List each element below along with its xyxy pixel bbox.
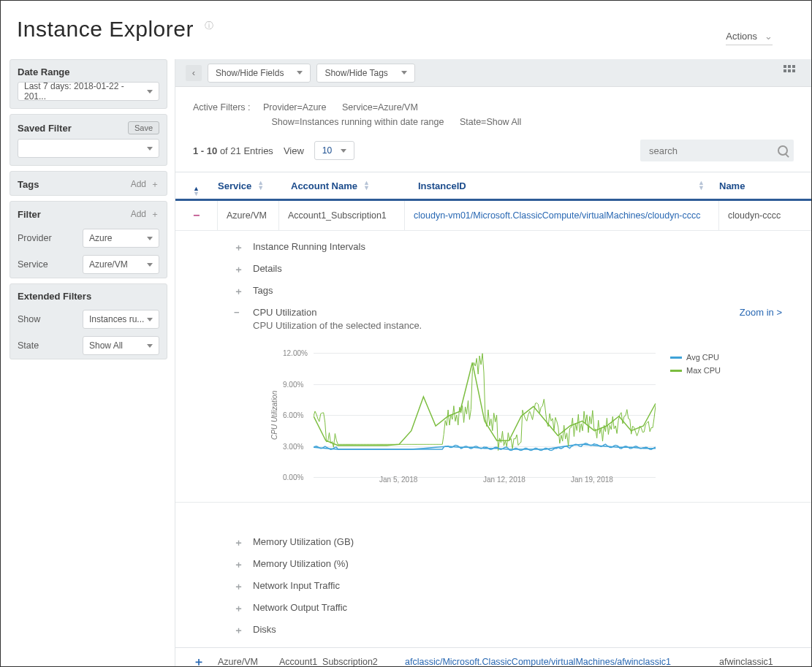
section-details[interactable]: Details xyxy=(253,263,282,274)
table-header: Service Account Name InstanceID Name xyxy=(175,172,811,201)
entries-bar: 1 - 10 of 21 Entries View 10 xyxy=(175,134,811,172)
main-panel: ‹ Show/Hide Fields Show/Hide Tags Active… xyxy=(175,59,811,666)
show-label: Show xyxy=(18,314,83,324)
collapse-row-button[interactable]: − xyxy=(193,201,218,230)
section-cpu[interactable]: CPU Utilization xyxy=(253,307,316,318)
page-title: Instance Explorer ⓘ xyxy=(1,1,811,42)
cell-instanceid[interactable]: afclassic/Microsoft.ClassicCompute/virtu… xyxy=(405,657,719,667)
filter-chip: Service=Azure/VM xyxy=(342,102,418,113)
service-select[interactable]: Azure/VM xyxy=(83,255,159,274)
chevron-down-icon: ⌄ xyxy=(764,31,773,42)
xtick: Jan 5, 2018 xyxy=(379,476,417,484)
plus-icon[interactable]: ＋ xyxy=(234,580,243,593)
chevron-down-icon xyxy=(147,147,153,150)
filter-label: Filter xyxy=(18,209,41,220)
chart-legend: Avg CPU Max CPU xyxy=(670,353,721,477)
column-name[interactable]: Name xyxy=(719,180,811,191)
xtick: Jan 19, 2018 xyxy=(571,476,613,484)
xtick: Jan 12, 2018 xyxy=(483,476,525,484)
add-filter-button[interactable]: Add＋ xyxy=(131,208,159,221)
column-instanceid[interactable]: InstanceID xyxy=(418,180,719,191)
plus-icon: ＋ xyxy=(151,179,159,189)
extended-filters-label: Extended Filters xyxy=(10,284,167,306)
page-size-select[interactable]: 10 xyxy=(314,141,354,160)
chevron-down-icon xyxy=(297,71,303,75)
plus-icon[interactable]: ＋ xyxy=(234,602,243,615)
chart-ylabel: CPU Utilization xyxy=(266,353,283,477)
section-mem-pct[interactable]: Memory Utilization (%) xyxy=(253,558,349,569)
cell-account: Account1_Subscription2 xyxy=(279,657,405,667)
cell-name: afwinclassic1 xyxy=(719,657,811,667)
cell-name: cloudyn-cccc xyxy=(719,210,811,221)
chevron-down-icon xyxy=(147,318,153,321)
saved-filter-select[interactable] xyxy=(18,139,159,158)
chevron-down-icon xyxy=(147,90,153,94)
section-intervals[interactable]: Instance Running Intervals xyxy=(253,241,365,252)
collapse-sidebar-button[interactable]: ‹ xyxy=(186,65,202,81)
section-tags[interactable]: Tags xyxy=(253,285,273,296)
section-net-out[interactable]: Network Output Traffic xyxy=(253,602,347,613)
active-filters: Active Filters : Provider=Azure Service=… xyxy=(175,87,811,134)
sort-icon xyxy=(363,180,370,191)
view-label: View xyxy=(284,145,304,156)
cpu-chart: CPU Utilization 12.00% 9.00% 6.00% 3.00%… xyxy=(266,353,811,477)
section-net-in[interactable]: Network Input Traffic xyxy=(253,580,340,591)
state-label: State xyxy=(18,340,83,351)
actions-menu[interactable]: Actions⌄ xyxy=(726,31,773,45)
cell-service: Azure/VM xyxy=(218,657,279,667)
sort-icon xyxy=(257,180,264,191)
section-disks[interactable]: Disks xyxy=(253,624,276,635)
plus-icon[interactable]: ＋ xyxy=(234,536,243,549)
extended-filters-panel: Extended Filters Show Instances ru... St… xyxy=(10,283,167,359)
section-mem-gb[interactable]: Memory Utilization (GB) xyxy=(253,536,354,547)
show-hide-fields-select[interactable]: Show/Hide Fields xyxy=(208,64,311,83)
saved-filter-panel: Saved Filter Save xyxy=(10,114,167,166)
plus-icon[interactable]: ＋ xyxy=(234,624,243,637)
cell-instanceid[interactable]: cloudyn-vm01/Microsoft.ClassicCompute/vi… xyxy=(405,201,719,230)
state-select[interactable]: Show All xyxy=(83,336,159,355)
plus-icon[interactable]: ＋ xyxy=(234,285,243,298)
minus-icon[interactable]: − xyxy=(234,307,243,318)
service-label: Service xyxy=(18,259,83,270)
cpu-subtitle: CPU Utilization of the selected instance… xyxy=(253,320,811,331)
save-button[interactable]: Save xyxy=(128,121,159,134)
cell-service: Azure/VM xyxy=(218,201,279,230)
provider-label: Provider xyxy=(18,233,83,243)
provider-select[interactable]: Azure xyxy=(83,229,159,248)
search-input[interactable] xyxy=(640,140,794,161)
date-range-label: Date Range xyxy=(10,60,167,82)
sidebar: Date Range Last 7 days: 2018-01-22 - 201… xyxy=(1,59,175,666)
plus-icon: ＋ xyxy=(151,209,159,219)
plus-icon[interactable]: ＋ xyxy=(234,263,243,276)
sort-expand[interactable] xyxy=(193,186,218,197)
expand-row-button[interactable]: ＋ xyxy=(193,655,218,668)
add-tag-button[interactable]: Add＋ xyxy=(131,178,159,191)
show-select[interactable]: Instances ru... xyxy=(83,310,159,329)
plus-icon[interactable]: ＋ xyxy=(234,241,243,254)
tags-label: Tags xyxy=(18,179,39,190)
search-icon xyxy=(778,145,788,156)
filter-panel: Filter Add＋ Provider Azure Service Azure… xyxy=(10,201,167,278)
table-row: ＋ Azure/VM Account1_Subscription2 afclas… xyxy=(175,647,811,667)
cell-account: Account1_Subscription1 xyxy=(279,201,405,230)
info-icon[interactable]: ⓘ xyxy=(205,20,214,32)
row-detail: ＋Instance Running Intervals ＋Details ＋Ta… xyxy=(175,231,811,503)
date-range-select[interactable]: Last 7 days: 2018-01-22 - 201... xyxy=(18,82,159,101)
filter-chip: Show=Instances running within date range xyxy=(271,117,444,127)
show-hide-tags-select[interactable]: Show/Hide Tags xyxy=(316,64,415,83)
table-row: − Azure/VM Account1_Subscription1 cloudy… xyxy=(175,201,811,231)
chevron-down-icon xyxy=(401,71,407,75)
zoom-in-link[interactable]: Zoom in > xyxy=(740,307,782,318)
date-range-panel: Date Range Last 7 days: 2018-01-22 - 201… xyxy=(10,59,167,109)
column-service[interactable]: Service xyxy=(218,180,291,191)
chevron-down-icon xyxy=(147,263,153,267)
sort-icon xyxy=(698,180,705,191)
row-detail-more: ＋Memory Utilization (GB) ＋Memory Utiliza… xyxy=(175,503,811,647)
column-account[interactable]: Account Name xyxy=(291,180,418,191)
chevron-down-icon xyxy=(147,237,153,240)
toolbar: ‹ Show/Hide Fields Show/Hide Tags xyxy=(175,59,811,87)
plus-icon[interactable]: ＋ xyxy=(234,558,243,571)
chevron-down-icon xyxy=(147,344,153,348)
view-grid-icon[interactable] xyxy=(783,65,795,72)
saved-filter-label: Saved Filter xyxy=(18,123,72,134)
